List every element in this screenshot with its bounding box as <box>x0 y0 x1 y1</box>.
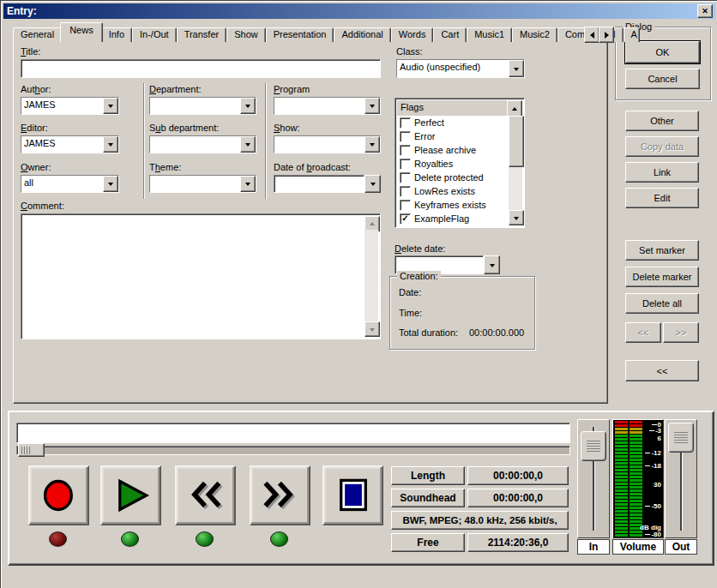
tab-scroll-right-button[interactable] <box>599 27 614 43</box>
title-input[interactable] <box>21 59 381 78</box>
flags-items: PerfectErrorPlease archiveRoyaltiesDelet… <box>397 116 509 225</box>
collapse-button[interactable]: << <box>625 360 699 381</box>
next-button[interactable]: >> <box>663 322 699 343</box>
program-combobox[interactable] <box>274 97 381 115</box>
copy-data-button[interactable]: Copy data <box>625 136 699 157</box>
scrollbar-track[interactable] <box>365 230 378 323</box>
chevron-down-icon[interactable] <box>103 98 118 114</box>
out-fader-thumb[interactable] <box>668 423 694 453</box>
checkbox-icon[interactable] <box>400 117 411 129</box>
flags-scroll-down-button[interactable] <box>509 210 524 225</box>
sub-department-combobox[interactable] <box>149 135 256 153</box>
position-slider-track[interactable] <box>16 446 570 455</box>
tab-show[interactable]: Show <box>226 27 266 42</box>
flags-scrollbar-thumb[interactable] <box>509 116 524 167</box>
previous-button[interactable]: << <box>625 322 661 343</box>
position-slider-thumb[interactable] <box>18 443 45 457</box>
tab-cart[interactable]: Cart <box>433 27 467 42</box>
flag-item[interactable]: Perfect <box>397 116 509 129</box>
comment-scrollbar[interactable] <box>365 216 378 337</box>
in-fader-thumb[interactable] <box>581 431 606 461</box>
chevron-down-icon[interactable] <box>103 136 118 153</box>
tab-info[interactable]: Info <box>101 27 132 42</box>
class-label: Class: <box>396 46 423 57</box>
department-combobox[interactable] <box>149 97 256 115</box>
chevron-down-icon[interactable] <box>240 136 256 153</box>
tab-a[interactable]: A <box>624 27 640 42</box>
out-fader[interactable] <box>665 419 697 538</box>
vu-left-channel <box>615 421 628 537</box>
editor-combobox[interactable]: JAMES <box>21 135 119 153</box>
chevron-down-icon[interactable] <box>509 60 524 77</box>
free-value: 2114:20:36,0 <box>467 533 569 552</box>
stop-button[interactable] <box>322 465 383 525</box>
chevron-down-icon[interactable] <box>240 176 256 192</box>
checkbox-icon[interactable]: ✓ <box>400 213 411 225</box>
author-combobox[interactable]: JAMES <box>21 97 119 115</box>
flags-scrollbar[interactable] <box>509 116 522 225</box>
cancel-button[interactable]: Cancel <box>625 69 700 89</box>
date-of-broadcast-input[interactable] <box>274 175 365 193</box>
soundhead-row: Soundhead 00:00:00,0 <box>391 489 569 507</box>
flag-item[interactable]: Delete protected <box>397 171 509 184</box>
soundhead-value: 00:00:00,0 <box>467 489 569 507</box>
tab-music2[interactable]: Music2 <box>512 27 557 42</box>
flags-listbox[interactable]: Flags PerfectErrorPlease archiveRoyaltie… <box>395 98 525 228</box>
chevron-down-icon[interactable] <box>240 98 256 114</box>
flag-item[interactable]: Keyframes exists <box>397 198 509 212</box>
fast-forward-button[interactable] <box>250 465 310 525</box>
flag-item[interactable]: LowRes exists <box>397 184 509 198</box>
flags-scroll-up-button[interactable] <box>507 100 522 117</box>
record-button[interactable] <box>28 465 89 525</box>
ok-button[interactable]: OK <box>625 41 700 63</box>
total-duration-value: 00:00:00.000 <box>469 327 524 338</box>
tab-presentation[interactable]: Presentation <box>266 27 334 42</box>
chevron-down-icon[interactable] <box>365 98 380 114</box>
checkbox-icon[interactable] <box>400 131 411 142</box>
delete-all-button[interactable]: Delete all <box>625 293 699 314</box>
show-label: Show: <box>274 123 300 133</box>
owner-combobox[interactable]: all <box>21 175 119 193</box>
date-of-broadcast-dropdown-button[interactable] <box>365 175 381 193</box>
format-info: BWF, MPEG; 48.0 kHz, 256 kbit/s, <box>391 511 569 530</box>
show-combobox[interactable] <box>274 135 381 153</box>
checkbox-icon[interactable] <box>400 200 411 211</box>
chevron-down-icon[interactable] <box>365 136 380 153</box>
flag-item[interactable]: Please archive <box>397 143 509 157</box>
flag-label: Error <box>414 131 435 141</box>
set-marker-button[interactable]: Set marker <box>625 240 699 261</box>
tab-general[interactable]: General <box>13 27 62 42</box>
play-button[interactable] <box>100 465 161 525</box>
scroll-down-button[interactable] <box>365 321 380 337</box>
other-button[interactable]: Other <box>625 111 699 131</box>
chevron-down-icon[interactable] <box>103 176 118 192</box>
in-fader[interactable] <box>577 419 610 538</box>
tab-words[interactable]: Words <box>391 27 434 42</box>
link-button[interactable]: Link <box>625 162 699 183</box>
delete-marker-button[interactable]: Delete marker <box>625 267 699 287</box>
checkbox-icon[interactable] <box>400 186 411 197</box>
delete-date-dropdown-button[interactable] <box>484 255 500 274</box>
title-bar[interactable]: Entry: ✕ <box>3 3 715 19</box>
triangle-left-icon <box>587 32 594 39</box>
edit-button[interactable]: Edit <box>625 188 699 208</box>
checkbox-icon[interactable] <box>400 159 411 170</box>
tab-in-out[interactable]: In-/Out <box>132 27 177 42</box>
tab-music1[interactable]: Music1 <box>467 27 512 42</box>
flag-item[interactable]: Royalties <box>397 157 509 171</box>
tab-transfer[interactable]: Transfer <box>177 27 227 42</box>
tab-scroll-left-button[interactable] <box>584 27 600 43</box>
flag-item[interactable]: Error <box>397 129 509 143</box>
theme-combobox[interactable] <box>149 175 256 193</box>
comment-textarea[interactable] <box>21 213 381 339</box>
class-combobox[interactable]: Audio (unspecified) <box>396 59 525 78</box>
flag-item[interactable]: ✓ExampleFlag <box>397 212 509 225</box>
rewind-button[interactable] <box>175 465 236 525</box>
checkbox-icon[interactable] <box>400 145 411 156</box>
vu-scale-label: 6 <box>658 435 661 441</box>
close-button[interactable]: ✕ <box>697 4 713 18</box>
tab-news[interactable]: News <box>60 22 103 42</box>
grip-icon <box>674 432 688 443</box>
tab-additional[interactable]: Additional <box>334 27 390 42</box>
checkbox-icon[interactable] <box>400 172 411 183</box>
